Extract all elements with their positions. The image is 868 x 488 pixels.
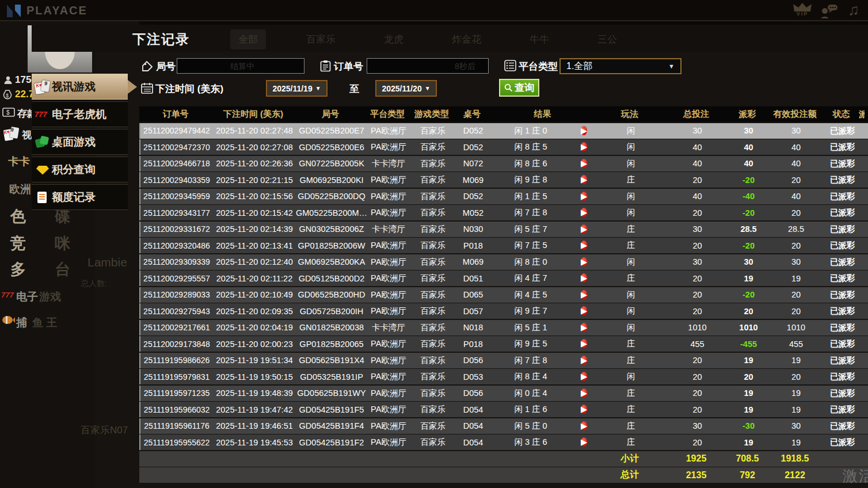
status-badge: 已派彩 (825, 240, 860, 251)
cell-table-id: D052 (456, 143, 490, 152)
play-video-button[interactable]: ▶ (581, 437, 587, 447)
cell-total-bet: 20 (665, 388, 730, 398)
play-video-button[interactable]: ▶ (581, 306, 587, 315)
table-row[interactable]: 251119195986626 2025-11-19 19:51:34 GD05… (139, 353, 868, 368)
menu-item[interactable]: 桌面游戏 (32, 129, 128, 155)
cell-bet-time: 2025-11-20 02:26:36 (213, 159, 296, 168)
cell-valid-bet: 20 (767, 307, 825, 316)
lobby-nav-sedie: 色 (10, 206, 26, 227)
platform-select[interactable]: 1.全部 ▼ (559, 58, 682, 74)
table-row[interactable]: 251120029331672 2025-11-20 02:14:39 GN03… (139, 222, 868, 237)
table-row[interactable]: 251120029466718 2025-11-20 02:26:36 GN07… (139, 156, 868, 171)
table-row[interactable]: 251119195961176 2025-11-19 19:46:51 GD05… (139, 418, 868, 434)
date-to-select[interactable]: 2025/11/20 ▼ (375, 80, 437, 97)
play-video-button[interactable]: ▶ (581, 257, 587, 266)
table-row[interactable]: 251120029479442 2025-11-20 02:27:48 GD05… (139, 123, 868, 139)
clipboard-icon (320, 60, 331, 72)
cell-platform: PA欧洲厅 (367, 191, 410, 202)
col-header-round: 局号 (295, 109, 366, 120)
table-row[interactable]: 251120029295557 2025-11-20 02:11:22 GD05… (139, 270, 868, 286)
table-row[interactable]: 251119195966032 2025-11-19 19:47:42 GD05… (139, 402, 868, 417)
menu-item[interactable]: 积分查询 (32, 157, 128, 182)
table-row[interactable]: 251120029343177 2025-11-20 02:15:42 GM05… (139, 205, 868, 220)
table-row[interactable]: 251120029472370 2025-11-20 02:27:08 GD05… (139, 139, 868, 155)
round-input[interactable] (177, 58, 304, 74)
cell-result: 闲 4 庄 7 (490, 273, 571, 284)
cell-order-id: 251120029343177 (140, 208, 213, 218)
cell-table-id: D054 (456, 438, 490, 447)
table-row[interactable]: 251120029173848 2025-11-20 02:00:23 GP01… (139, 336, 868, 352)
play-video-button[interactable]: ▶ (581, 290, 587, 299)
menu-item[interactable]: 额度记录 (32, 184, 128, 210)
cell-round-id: GM06925B200KI (296, 176, 367, 185)
lobby-nav-jingmi-dim: 咪 (55, 233, 70, 254)
order-input[interactable] (367, 58, 489, 74)
play-video-button[interactable]: ▶ (581, 273, 587, 283)
ghost-tab-row: 全部 百家乐 龙虎 炸金花 牛牛 三公 (230, 29, 625, 49)
cell-table-id: D056 (456, 356, 490, 365)
cell-payout: 40 (730, 143, 767, 152)
play-video-button[interactable]: ▶ (581, 159, 587, 168)
date-from-select[interactable]: 2025/11/19 ▼ (266, 80, 328, 97)
status-badge: 已派彩 (825, 437, 860, 448)
support-chat-icon[interactable] (820, 3, 840, 18)
cell-table-id: N030 (456, 224, 490, 234)
cell-platform: PA欧洲厅 (367, 404, 410, 415)
table-row[interactable]: 251119195971235 2025-11-19 19:48:39 GD05… (139, 386, 868, 401)
cell-payout: 30 (730, 126, 767, 135)
cell-bet-time: 2025-11-20 02:10:49 (213, 290, 296, 299)
ghost-tab: 百家乐 (298, 29, 344, 49)
play-video-button[interactable]: ▶ (581, 372, 587, 381)
panel-side-menu: 视讯游戏 电子老虎机 桌面游戏 积分查询 额度记录 (32, 74, 128, 212)
table-row[interactable]: 251120029403359 2025-11-20 02:21:15 GM06… (139, 172, 868, 188)
cell-total-bet: 30 (665, 224, 730, 234)
play-video-button[interactable]: ▶ (581, 126, 587, 135)
status-badge: 已派彩 (825, 404, 860, 415)
music-icon[interactable]: ♫ (844, 1, 863, 18)
play-video-button[interactable]: ▶ (581, 142, 587, 151)
cell-table-id: D053 (456, 372, 490, 382)
menu-item[interactable]: 电子老虎机 (32, 101, 128, 127)
cell-game-type: 百家乐 (410, 421, 456, 432)
cell-valid-bet: 40 (767, 192, 825, 201)
cell-round-id: GD05325B191IP (296, 372, 367, 382)
lobby-nav-slots: 电子 (16, 289, 38, 304)
play-video-button[interactable]: ▶ (581, 339, 587, 348)
cell-payout: -20 (730, 241, 767, 250)
play-video-button[interactable]: ▶ (581, 175, 587, 184)
search-button[interactable]: 查询 (499, 79, 539, 97)
lobby-nav-fishing-dim: 鱼 王 (32, 315, 57, 330)
table-row[interactable]: 251119195955622 2025-11-19 19:45:53 GD05… (139, 434, 868, 450)
cell-platform: 卡卡湾厅 (367, 322, 410, 333)
cell-valid-bet: 30 (767, 421, 825, 430)
table-row[interactable]: 251120029320486 2025-11-20 02:13:41 GP01… (139, 238, 868, 253)
cell-platform: PA欧洲厅 (367, 306, 410, 317)
table-row[interactable]: 251120029345959 2025-11-20 02:15:56 GD05… (139, 189, 868, 204)
cell-result: 闲 5 庄 7 (490, 224, 571, 235)
vip-icon[interactable]: VIP (790, 2, 815, 17)
play-video-button[interactable]: ▶ (581, 356, 587, 365)
table-row[interactable]: 251120029309339 2025-11-20 02:12:40 GM06… (139, 254, 868, 270)
play-video-button[interactable]: ▶ (581, 192, 587, 201)
fishing-icon (1, 315, 15, 325)
cell-game-type: 百家乐 (410, 125, 456, 136)
cell-bet-time: 2025-11-20 02:27:08 (213, 143, 296, 152)
play-video-button[interactable]: ▶ (581, 241, 587, 250)
play-video-button[interactable]: ▶ (581, 421, 587, 430)
play-video-button[interactable]: ▶ (581, 323, 587, 332)
play-video-button[interactable]: ▶ (581, 388, 587, 398)
play-video-button[interactable]: ▶ (581, 224, 587, 234)
cell-order-id: 251120029472370 (140, 143, 213, 152)
menu-item[interactable]: 视讯游戏 (32, 74, 128, 100)
cell-total-bet: 20 (665, 290, 730, 299)
cell-round-id: GM05225B200M… (296, 208, 367, 218)
play-video-button[interactable]: ▶ (581, 405, 587, 414)
table-row[interactable]: 251120029275943 2025-11-20 02:09:35 GD05… (139, 303, 868, 319)
page-title: 下注记录 (132, 30, 190, 48)
cell-bet-time: 2025-11-20 02:27:48 (213, 126, 296, 135)
play-video-button[interactable]: ▶ (581, 208, 587, 217)
table-row[interactable]: 251119195979831 2025-11-19 19:50:15 GD05… (139, 369, 868, 384)
table-row[interactable]: 251120029217661 2025-11-20 02:04:19 GN01… (139, 320, 868, 336)
table-row[interactable]: 251120029289033 2025-11-20 02:10:49 GD06… (139, 287, 868, 303)
cell-total-bet: 20 (665, 176, 730, 185)
